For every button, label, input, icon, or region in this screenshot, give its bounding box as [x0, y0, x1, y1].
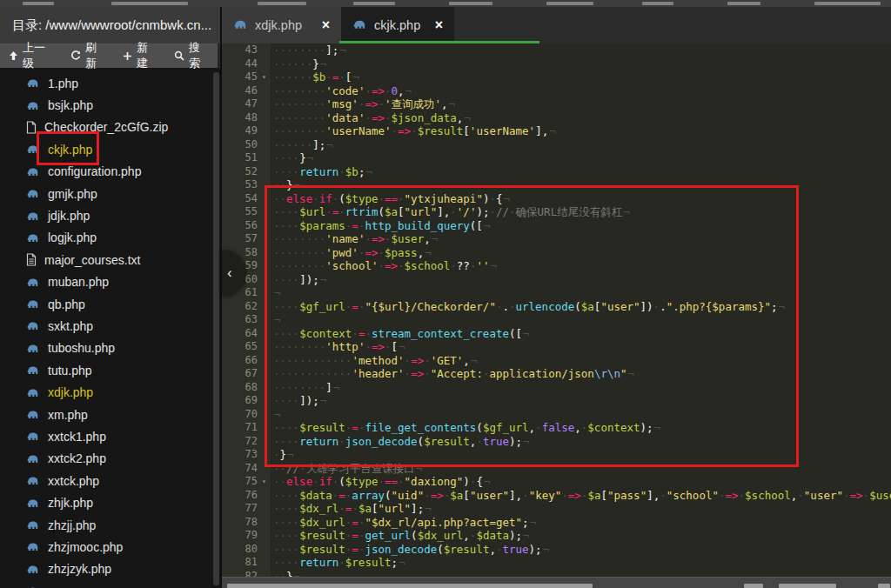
code-line-43[interactable]: 43········];¬	[222, 43, 891, 57]
code-text: ······$b·=·[¬	[271, 70, 359, 84]
code-line-51[interactable]: 51····}¬	[222, 151, 891, 165]
file-item-xdjk.php[interactable]: xdjk.php	[0, 381, 220, 403]
code-line-54[interactable]: 54··else·if·($type·==·"ytxjuheapi")·{¬	[222, 192, 891, 206]
file-item-zhzjj.php[interactable]: zhzjj.php	[0, 514, 220, 536]
clipped-toolbar-fragment	[353, 2, 395, 5]
file-item-bsjk.php[interactable]: bsjk.php	[0, 94, 220, 116]
code-text: ·}¬	[271, 448, 294, 462]
code-line-78[interactable]: 78····$dx_url·=·"$dx_rl/api.php?act=get"…	[222, 516, 891, 530]
file-item-gmjk.php[interactable]: gmjk.php	[0, 183, 220, 204]
fold-arrow-icon[interactable]: ▾	[258, 475, 271, 489]
line-number: 46	[222, 84, 258, 98]
code-text: ····$result·=·file_get_contents($gf_url,…	[271, 421, 660, 435]
sidebar-scrollbar[interactable]	[213, 72, 219, 585]
close-icon[interactable]: ×	[435, 18, 443, 32]
file-item-xm.php[interactable]: xm.php	[0, 404, 220, 425]
file-item-qb.php[interactable]: qb.php	[0, 293, 220, 315]
up-level-button[interactable]: 上一级	[0, 43, 62, 68]
new-file-button[interactable]: 新建	[114, 43, 165, 68]
file-name: tutu.php	[48, 364, 92, 378]
code-line-61[interactable]: 61¬	[222, 286, 891, 300]
code-line-81[interactable]: 81····return·$result;¬	[222, 556, 891, 570]
file-item-sxkt.php[interactable]: sxkt.php	[0, 315, 220, 337]
code-line-79[interactable]: 79····$result·=·get_url($dx_url,·$data);…	[222, 529, 891, 543]
sidebar-editor-divider	[220, 7, 222, 588]
file-item-configuration.php[interactable]: configuration.php	[0, 161, 220, 183]
code-line-52[interactable]: 52····return·$b;¬	[222, 165, 891, 179]
file-explorer-sidebar: 1.phpbsjk.phpCheckorder_2cGfG.zipckjk.ph…	[0, 68, 220, 588]
code-line-67[interactable]: 67············'header'·=>·"Accept:·appli…	[222, 367, 891, 381]
code-line-48[interactable]: 48········'data'·=>·$json_data,¬	[222, 111, 891, 125]
file-item-1.php[interactable]: 1.php	[0, 72, 220, 94]
file-name: tuboshu.php	[48, 341, 115, 355]
code-line-50[interactable]: 50······];¬	[222, 138, 891, 152]
file-item-clipped[interactable]	[0, 580, 220, 588]
code-line-72[interactable]: 72····return·json_decode($result,·true);…	[222, 435, 891, 449]
code-line-74[interactable]: 74··//·大雄学习平台查课接口¬	[222, 462, 891, 476]
code-line-69[interactable]: 69····]);¬	[222, 394, 891, 408]
close-icon[interactable]: ×	[322, 18, 330, 32]
code-line-82[interactable]: 82··}¬	[222, 570, 891, 578]
code-line-63[interactable]: 63¬	[222, 313, 891, 327]
clipped-toolbar-fragment	[727, 2, 760, 5]
file-item-ckjk.php[interactable]: ckjk.php	[0, 138, 220, 160]
file-item-xxtck1.php[interactable]: xxtck1.php	[0, 425, 220, 447]
fold-arrow-icon[interactable]: ▾	[258, 70, 271, 84]
code-line-57[interactable]: 57········'name'·=>·$user,¬	[222, 232, 891, 246]
code-line-64[interactable]: 64····$context·=·stream_context_create([…	[222, 327, 891, 341]
code-line-75[interactable]: 75▾··else·if·($type·==·"daxiong")·{¬	[222, 475, 891, 489]
code-line-62[interactable]: 62····$gf_url·=·"{$url}/Checkorder/"·.·u…	[222, 300, 891, 314]
fold-gutter	[258, 273, 271, 287]
code-line-66[interactable]: 66············'method'·=>·'GET',¬	[222, 354, 891, 368]
code-line-65[interactable]: 65········'http'·=>·[¬	[222, 340, 891, 354]
code-line-58[interactable]: 58········'pwd'·=>·$pass,¬	[222, 246, 891, 260]
file-item-logjk.php[interactable]: logjk.php	[0, 227, 220, 249]
file-item-xxtck.php[interactable]: xxtck.php	[0, 470, 220, 491]
code-line-55[interactable]: 55····$url·=·rtrim($a["url"],·'/');·//·确…	[222, 205, 891, 219]
clipped-toolbar-fragment	[546, 2, 593, 5]
file-item-muban.php[interactable]: muban.php	[0, 271, 220, 293]
file-item-zhzjzyk.php[interactable]: zhzjzyk.php	[0, 558, 220, 580]
php-elephant-icon	[26, 564, 40, 575]
php-elephant-icon	[26, 498, 40, 509]
fold-gutter	[258, 124, 271, 138]
file-item-xxtck2.php[interactable]: xxtck2.php	[0, 448, 220, 470]
code-line-77[interactable]: 77····$dx_rl·=·$a["url"];¬	[222, 502, 891, 516]
code-line-68[interactable]: 68········]¬	[222, 381, 891, 395]
code-line-46[interactable]: 46········'code'·=>·0,¬	[222, 84, 891, 98]
php-elephant-icon	[26, 100, 40, 111]
file-item-tuboshu.php[interactable]: tuboshu.php	[0, 337, 220, 359]
file-item-major_courses.txt[interactable]: major_courses.txt	[0, 249, 220, 271]
code-text: ········];¬	[271, 43, 346, 57]
file-item-zhjk.php[interactable]: zhjk.php	[0, 491, 220, 513]
refresh-button[interactable]: 刷新	[62, 43, 114, 68]
code-line-71[interactable]: 71····$result·=·file_get_contents($gf_ur…	[222, 421, 891, 435]
line-number: 50	[222, 138, 258, 152]
clipped-status-text-fragment	[227, 584, 593, 588]
code-text: ····$dx_url·=·"$dx_rl/api.php?act=get";¬	[271, 516, 536, 530]
code-line-56[interactable]: 56····$params·=·http_build_query([¬	[222, 219, 891, 233]
code-line-53[interactable]: 53··}¬	[222, 178, 891, 192]
search-button[interactable]: 搜索	[165, 43, 218, 68]
fold-gutter	[258, 232, 271, 246]
code-line-47[interactable]: 47········'msg'·=>·'查询成功',¬	[222, 97, 891, 111]
code-editor[interactable]: 43········];¬44······}¬45▾······$b·=·[¬4…	[222, 43, 891, 577]
code-line-73[interactable]: 73·}¬	[222, 448, 891, 462]
code-line-60[interactable]: 60····]);¬	[222, 273, 891, 287]
file-item-jdjk.php[interactable]: jdjk.php	[0, 204, 220, 226]
code-line-49[interactable]: 49········'userName'·=>·$result['userNam…	[222, 124, 891, 138]
code-line-70[interactable]: 70¬	[222, 408, 891, 422]
tab-ckjk-php[interactable]: ckjk.php ×	[341, 7, 454, 43]
file-item-tutu.php[interactable]: tutu.php	[0, 359, 220, 381]
file-item-Checkorder_2cGfG.zip[interactable]: Checkorder_2cGfG.zip	[0, 117, 220, 138]
code-line-59[interactable]: 59········'school'·=>·$school·??·''¬	[222, 259, 891, 273]
fold-gutter	[258, 111, 271, 125]
tab-xdjk-php[interactable]: xdjk.php ×	[222, 7, 341, 43]
file-item-zhzjmooc.php[interactable]: zhzjmooc.php	[0, 536, 220, 558]
file-name: xxtck1.php	[48, 430, 106, 444]
code-line-76[interactable]: 76····$data·=·array("uid"·=>·$a["user"],…	[222, 489, 891, 503]
code-line-45[interactable]: 45▾······$b·=·[¬	[222, 70, 891, 84]
fold-gutter	[258, 286, 271, 300]
code-line-44[interactable]: 44······}¬	[222, 57, 891, 71]
code-line-80[interactable]: 80····$result·=·json_decode($result,·tru…	[222, 543, 891, 557]
